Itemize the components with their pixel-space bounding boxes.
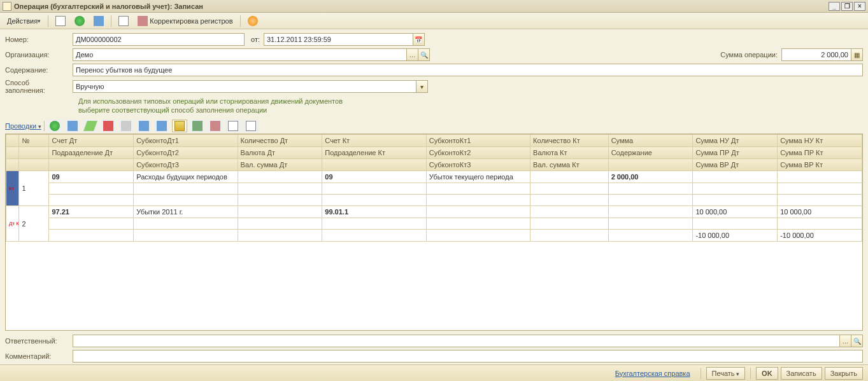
table-row[interactable]: Дт Кт 2 97.21 Убытки 2011 г. 99.01.1 10 …	[6, 206, 862, 218]
col-subdt2[interactable]: СубконтоДт2	[134, 147, 238, 159]
actions-menu[interactable]: Действия	[4, 15, 44, 27]
col-qtydt[interactable]: Количество Дт	[238, 135, 322, 147]
cell[interactable]	[530, 183, 609, 195]
cell-schdt[interactable]: 09	[49, 171, 134, 183]
col-subkt3[interactable]: СубконтоКт3	[426, 159, 530, 171]
toolbar-icon-1[interactable]	[52, 15, 69, 27]
delete-button[interactable]	[101, 120, 116, 132]
add-button[interactable]	[47, 120, 62, 132]
content-input[interactable]	[73, 64, 863, 76]
cell[interactable]	[530, 195, 609, 206]
table-row[interactable]	[6, 195, 862, 206]
row-indicator[interactable]: Дт Кт	[6, 206, 19, 242]
cell[interactable]	[49, 195, 134, 206]
cell[interactable]	[322, 230, 426, 242]
cell-qtydt[interactable]	[238, 171, 322, 183]
col-sumpr-dt[interactable]: Сумма ПР Дт	[693, 147, 778, 159]
cell[interactable]	[778, 195, 862, 206]
cell[interactable]	[134, 195, 238, 206]
col-subkt1[interactable]: СубконтоКт1	[426, 135, 530, 147]
settings-button[interactable]	[225, 120, 241, 132]
col-sumvr-kt[interactable]: Сумма ВР Кт	[778, 159, 862, 171]
cell[interactable]	[134, 230, 238, 242]
edit-button[interactable]	[83, 120, 98, 132]
cell-sum[interactable]: 2 000,00	[608, 171, 693, 183]
cell-sumvr-dt[interactable]: -10 000,00	[693, 230, 778, 242]
cell-schkt[interactable]: 09	[322, 171, 426, 183]
table-row[interactable]	[6, 183, 862, 195]
cell[interactable]	[608, 218, 693, 230]
org-select-button[interactable]: …	[407, 48, 418, 61]
sigma-button[interactable]	[172, 120, 187, 132]
col-content[interactable]: Содержание	[608, 147, 693, 159]
cell[interactable]	[608, 183, 693, 195]
add-copy-button[interactable]	[65, 120, 80, 132]
minimize-button[interactable]: _	[829, 2, 840, 11]
date-picker-button[interactable]: 📅	[413, 33, 425, 46]
cell[interactable]	[238, 195, 322, 206]
col-sum[interactable]: Сумма	[608, 135, 693, 147]
refresh-button[interactable]	[190, 120, 205, 132]
col-qtykt[interactable]: Количество Кт	[530, 135, 609, 147]
cell[interactable]	[238, 218, 322, 230]
fill-dropdown-button[interactable]: ▾	[416, 80, 428, 93]
toolbar-icon-3[interactable]	[90, 15, 107, 27]
cell-qtykt[interactable]	[530, 171, 609, 183]
cell[interactable]	[238, 183, 322, 195]
cell[interactable]	[49, 230, 134, 242]
cell[interactable]	[49, 218, 134, 230]
cell[interactable]	[134, 183, 238, 195]
cell[interactable]	[49, 183, 134, 195]
cell[interactable]	[322, 218, 426, 230]
col-valsumkt[interactable]: Вал. сумма Кт	[530, 159, 609, 171]
col-sumnu-kt[interactable]: Сумма НУ Кт	[778, 135, 862, 147]
chart-button[interactable]	[208, 120, 223, 132]
cell[interactable]	[608, 195, 693, 206]
resp-select-button[interactable]: …	[840, 335, 851, 347]
cell-schkt[interactable]: 99.01.1	[322, 206, 426, 218]
cell[interactable]	[608, 206, 693, 218]
cell[interactable]	[778, 218, 862, 230]
col-sumnu-dt[interactable]: Сумма НУ Дт	[693, 135, 778, 147]
close-button[interactable]: Закрыть	[825, 367, 863, 380]
table-row[interactable]	[6, 218, 862, 230]
cell-sumnu-dt[interactable]	[693, 171, 778, 183]
postings-grid[interactable]: № Счет Дт СубконтоДт1 Количество Дт Счет…	[5, 134, 863, 331]
table-row[interactable]: -10 000,00 -10 000,00	[6, 230, 862, 242]
cell[interactable]	[322, 183, 426, 195]
comment-input[interactable]	[73, 350, 863, 363]
col-podr-dt[interactable]: Подразделение Дт	[49, 147, 134, 159]
row-indicator[interactable]: Кт	[6, 171, 19, 206]
toolbar-icon-4[interactable]	[115, 15, 132, 27]
move-up-button[interactable]	[136, 120, 152, 132]
cell[interactable]	[426, 183, 530, 195]
col-sumpr-kt[interactable]: Сумма ПР Кт	[778, 147, 862, 159]
cell[interactable]	[693, 218, 778, 230]
move-down-button[interactable]	[154, 120, 169, 132]
ok-button[interactable]: OK	[756, 367, 778, 380]
date-input[interactable]	[264, 33, 413, 46]
cell-sumnu-kt[interactable]: 10 000,00	[778, 206, 862, 218]
disabled-button[interactable]	[118, 120, 134, 132]
close-window-button[interactable]: ×	[854, 2, 865, 11]
cell[interactable]	[426, 230, 530, 242]
more-button[interactable]	[243, 120, 259, 132]
write-button[interactable]: Записать	[781, 367, 822, 380]
org-input[interactable]	[73, 48, 407, 61]
sum-input[interactable]	[781, 48, 851, 61]
col-valkt[interactable]: Валюта Кт	[530, 147, 609, 159]
cell[interactable]	[134, 218, 238, 230]
cell[interactable]	[238, 230, 322, 242]
sum-calc-button[interactable]: ▦	[851, 48, 863, 61]
cell-schdt[interactable]: 97.21	[49, 206, 134, 218]
col-schdt[interactable]: Счет Дт	[49, 135, 134, 147]
report-link[interactable]: Бухгалтерская справка	[615, 370, 690, 377]
cell[interactable]	[238, 206, 322, 218]
resp-input[interactable]	[73, 335, 840, 347]
table-row[interactable]: Кт 1 09 Расходы будущих периодов 09 Убыт…	[6, 171, 862, 183]
cell[interactable]	[530, 230, 609, 242]
col-valdt[interactable]: Валюта Дт	[238, 147, 322, 159]
col-sumvr-dt[interactable]: Сумма ВР Дт	[693, 159, 778, 171]
resp-open-button[interactable]: 🔍	[851, 335, 863, 347]
cell-sumnu-dt[interactable]: 10 000,00	[693, 206, 778, 218]
